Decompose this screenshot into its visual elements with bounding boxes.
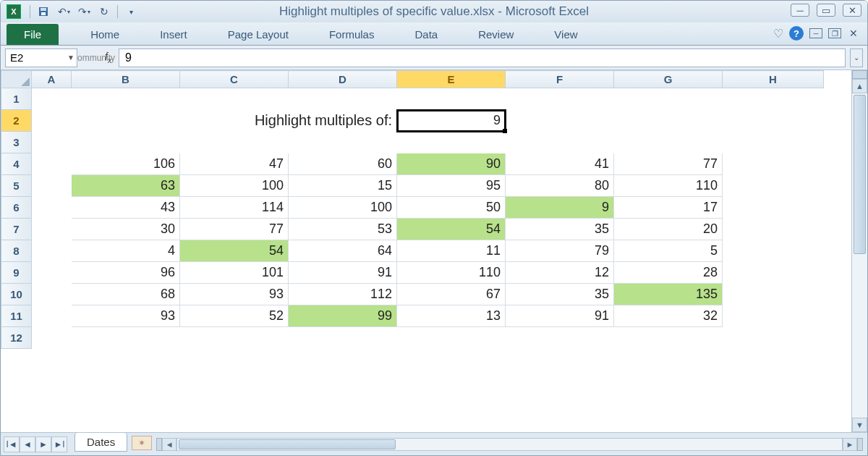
vertical-scrollbar[interactable]: ▲ ▼ bbox=[851, 70, 867, 432]
mdi-minimize-button[interactable]: ─ bbox=[809, 28, 822, 38]
tab-page-layout[interactable]: Page Layout bbox=[215, 24, 302, 45]
cell-C11[interactable]: 52 bbox=[180, 305, 289, 327]
cell-E7[interactable]: 54 bbox=[397, 219, 506, 240]
fx-icon[interactable]: fx bbox=[105, 51, 111, 64]
cell-G8[interactable]: 5 bbox=[614, 240, 723, 262]
cell-G1[interactable] bbox=[614, 88, 723, 110]
cell-A5[interactable] bbox=[32, 175, 72, 197]
cell-B11[interactable]: 93 bbox=[72, 305, 180, 327]
col-header-E[interactable]: E bbox=[397, 71, 506, 88]
cell-H7[interactable] bbox=[723, 219, 824, 240]
cell-A1[interactable] bbox=[32, 88, 72, 110]
mdi-close-button[interactable]: ✕ bbox=[847, 28, 860, 38]
name-box[interactable]: E2 ▼ bbox=[5, 48, 77, 67]
tab-review[interactable]: Review bbox=[465, 24, 527, 45]
formula-bar-expand-icon[interactable]: ⌄ bbox=[850, 48, 863, 67]
cell-H11[interactable] bbox=[723, 305, 824, 327]
cell-F10[interactable]: 35 bbox=[506, 284, 614, 305]
scroll-right-icon[interactable]: ► bbox=[843, 438, 857, 451]
row-header-2[interactable]: 2 bbox=[1, 110, 32, 132]
cell-G10[interactable]: 135 bbox=[614, 284, 723, 305]
cell-E1[interactable] bbox=[397, 88, 506, 110]
cell-F8[interactable]: 79 bbox=[506, 240, 614, 262]
cell-A4[interactable] bbox=[32, 153, 72, 175]
row-header-5[interactable]: 5 bbox=[1, 175, 32, 197]
tab-formulas[interactable]: Formulas bbox=[316, 24, 388, 45]
cell-F1[interactable] bbox=[506, 88, 614, 110]
col-header-C[interactable]: C bbox=[180, 71, 289, 88]
cell-H6[interactable] bbox=[723, 197, 824, 219]
cell-E8[interactable]: 11 bbox=[397, 240, 506, 262]
cell-E3[interactable] bbox=[397, 132, 506, 153]
file-tab[interactable]: File bbox=[7, 24, 59, 45]
hsplit-handle[interactable] bbox=[857, 438, 863, 451]
scroll-down-icon[interactable]: ▼ bbox=[852, 418, 867, 432]
cell-D1[interactable] bbox=[289, 88, 397, 110]
col-header-D[interactable]: D bbox=[289, 71, 397, 88]
cell-F4[interactable]: 41 bbox=[506, 153, 614, 175]
tab-insert[interactable]: Insert bbox=[147, 24, 200, 45]
cell-H2[interactable] bbox=[723, 110, 824, 132]
tab-nav-last-icon[interactable]: ►I bbox=[51, 436, 67, 452]
sheet-tab-dates[interactable]: Dates bbox=[75, 433, 127, 452]
cell-E5[interactable]: 95 bbox=[397, 175, 506, 197]
cell-E2[interactable]: 9 bbox=[397, 110, 506, 132]
cell-D9[interactable]: 91 bbox=[289, 262, 397, 284]
cell-B1[interactable] bbox=[72, 88, 180, 110]
cell-D4[interactable]: 60 bbox=[289, 153, 397, 175]
cell-H8[interactable] bbox=[723, 240, 824, 262]
cell-F12[interactable] bbox=[506, 327, 614, 349]
row-header-3[interactable]: 3 bbox=[1, 132, 32, 153]
cell-D11[interactable]: 99 bbox=[289, 305, 397, 327]
row-header-7[interactable]: 7 bbox=[1, 219, 32, 240]
tab-nav-next-icon[interactable]: ► bbox=[35, 436, 51, 452]
tab-nav-first-icon[interactable]: I◄ bbox=[4, 436, 20, 452]
cell-A12[interactable] bbox=[32, 327, 72, 349]
cell-G2[interactable] bbox=[614, 110, 723, 132]
cell-D10[interactable]: 112 bbox=[289, 284, 397, 305]
cell-B8[interactable]: 4 bbox=[72, 240, 180, 262]
cell-B3[interactable] bbox=[72, 132, 180, 153]
cell-G3[interactable] bbox=[614, 132, 723, 153]
cell-C12[interactable] bbox=[180, 327, 289, 349]
cell-C3[interactable] bbox=[180, 132, 289, 153]
help-icon[interactable]: ? bbox=[789, 26, 804, 41]
cell-B12[interactable] bbox=[72, 327, 180, 349]
redo-icon[interactable]: ↷▾ bbox=[75, 4, 93, 20]
cell-C7[interactable]: 77 bbox=[180, 219, 289, 240]
cell-E6[interactable]: 50 bbox=[397, 197, 506, 219]
cell-A2[interactable] bbox=[32, 110, 72, 132]
cell-A11[interactable] bbox=[32, 305, 72, 327]
tab-home[interactable]: Home bbox=[77, 24, 132, 45]
cell-D2[interactable]: Highlight multiples of: bbox=[289, 110, 397, 132]
cell-H1[interactable] bbox=[723, 88, 824, 110]
col-header-H[interactable]: H bbox=[723, 71, 824, 88]
select-all-button[interactable] bbox=[1, 71, 32, 88]
cell-F2[interactable] bbox=[506, 110, 614, 132]
col-header-F[interactable]: F bbox=[506, 71, 614, 88]
cell-C1[interactable] bbox=[180, 88, 289, 110]
cell-H10[interactable] bbox=[723, 284, 824, 305]
col-header-A[interactable]: A bbox=[32, 71, 72, 88]
cell-D3[interactable] bbox=[289, 132, 397, 153]
cell-F11[interactable]: 91 bbox=[506, 305, 614, 327]
minimize-button[interactable]: ─ bbox=[791, 4, 809, 17]
heart-icon[interactable]: ♡ bbox=[773, 27, 783, 41]
cell-B4[interactable]: 106 bbox=[72, 153, 180, 175]
cell-F5[interactable]: 80 bbox=[506, 175, 614, 197]
cell-F7[interactable]: 35 bbox=[506, 219, 614, 240]
row-header-11[interactable]: 11 bbox=[1, 305, 32, 327]
scroll-up-icon[interactable]: ▲ bbox=[852, 79, 867, 93]
hscroll-thumb[interactable] bbox=[179, 439, 396, 449]
cell-C4[interactable]: 47 bbox=[180, 153, 289, 175]
hscroll-track[interactable] bbox=[176, 438, 843, 451]
cell-F6[interactable]: 9 bbox=[506, 197, 614, 219]
cell-A8[interactable] bbox=[32, 240, 72, 262]
cell-B10[interactable]: 68 bbox=[72, 284, 180, 305]
cell-G11[interactable]: 32 bbox=[614, 305, 723, 327]
cell-G4[interactable]: 77 bbox=[614, 153, 723, 175]
cell-F3[interactable] bbox=[506, 132, 614, 153]
cell-D5[interactable]: 15 bbox=[289, 175, 397, 197]
vscroll-thumb[interactable] bbox=[854, 95, 866, 254]
col-header-G[interactable]: G bbox=[614, 71, 723, 88]
